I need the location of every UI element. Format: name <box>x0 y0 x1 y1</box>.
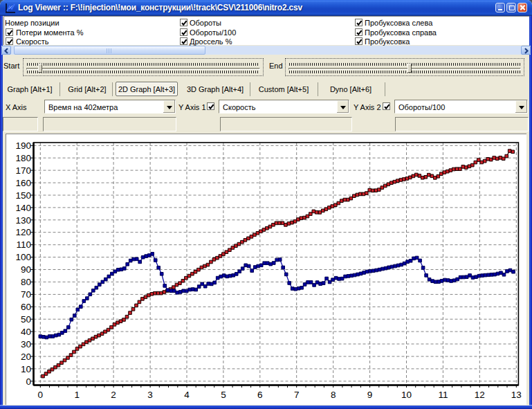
svg-text:20: 20 <box>21 352 31 362</box>
svg-text:0: 0 <box>26 376 31 387</box>
svg-text:1: 1 <box>74 390 80 400</box>
svg-text:160: 160 <box>15 178 31 188</box>
svg-text:10: 10 <box>401 390 412 400</box>
svg-text:80: 80 <box>21 277 31 287</box>
svg-text:100: 100 <box>15 252 31 262</box>
svg-text:110: 110 <box>16 239 31 250</box>
svg-text:180: 180 <box>15 153 31 163</box>
svg-text:4: 4 <box>184 390 190 400</box>
svg-text:190: 190 <box>15 140 31 151</box>
svg-text:140: 140 <box>15 203 31 213</box>
svg-text:12: 12 <box>475 390 485 400</box>
svg-text:13: 13 <box>511 390 522 400</box>
svg-text:170: 170 <box>15 165 31 176</box>
svg-text:60: 60 <box>21 302 31 312</box>
svg-text:2: 2 <box>111 390 116 400</box>
svg-text:8: 8 <box>331 390 336 400</box>
svg-text:9: 9 <box>367 390 373 400</box>
svg-text:130: 130 <box>15 215 31 226</box>
svg-text:10: 10 <box>21 364 31 374</box>
svg-text:0: 0 <box>38 390 44 400</box>
svg-text:70: 70 <box>21 289 31 300</box>
svg-text:11: 11 <box>438 390 448 400</box>
svg-text:50: 50 <box>21 314 31 325</box>
svg-text:30: 30 <box>21 339 31 349</box>
svg-text:6: 6 <box>257 390 263 400</box>
svg-text:90: 90 <box>21 264 31 275</box>
svg-text:7: 7 <box>294 390 300 400</box>
svg-text:40: 40 <box>21 327 31 337</box>
svg-text:5: 5 <box>221 390 226 400</box>
svg-text:3: 3 <box>147 390 153 400</box>
svg-text:150: 150 <box>15 190 31 201</box>
svg-text:120: 120 <box>15 227 31 237</box>
